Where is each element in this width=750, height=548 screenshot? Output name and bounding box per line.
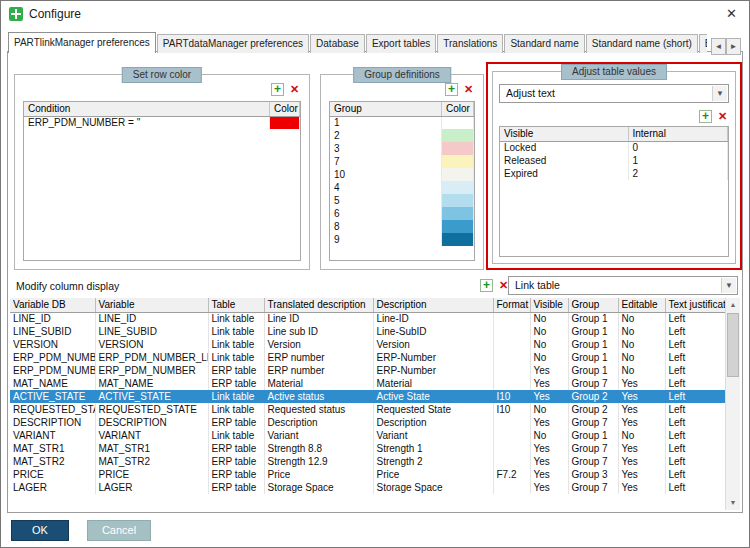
add-group-icon[interactable]: + (445, 83, 458, 96)
table-row[interactable]: REQUESTED_STATEREQUESTED_STATELink table… (10, 403, 725, 416)
add-column-icon[interactable]: + (480, 279, 493, 292)
table-row[interactable]: MAT_STR2MAT_STR2ERP tableStrength 12.9St… (10, 455, 725, 468)
cell: Strength 2 (373, 455, 493, 468)
cell: PRICE (10, 468, 95, 481)
tab-partlinkmanager-preferences[interactable]: PARTlinkManager preferences (8, 32, 156, 53)
column-header-table[interactable]: Table (208, 298, 264, 312)
color-swatch (442, 116, 474, 129)
group-number-cell: 2 (330, 129, 442, 142)
column-header-format[interactable]: Format (493, 298, 530, 312)
cell: Strength 8.8 (264, 442, 373, 455)
group-definitions-group: Group definitions + ✕ GroupColor12371045… (320, 74, 484, 270)
window-title: Configure (29, 7, 81, 21)
group-number-cell: 5 (330, 194, 442, 207)
table-row[interactable]: PRICEPRICEERP tablePricePriceF7.2YesGrou… (10, 468, 725, 481)
ok-button[interactable]: OK (11, 520, 69, 541)
close-icon[interactable]: ✕ (726, 6, 737, 21)
tab-scroll-right-icon[interactable]: ► (726, 38, 741, 55)
column-header-group[interactable]: Group (330, 102, 442, 116)
visible-cell: Locked (500, 141, 628, 154)
column-header-condition[interactable]: Condition (24, 102, 270, 116)
add-condition-icon[interactable]: + (271, 83, 284, 96)
cell: Yes (530, 364, 568, 377)
cell: Version (264, 338, 373, 351)
scroll-up-icon[interactable]: ▲ (726, 298, 740, 312)
column-header-translated-description[interactable]: Translated description (264, 298, 373, 312)
table-row[interactable]: LAGERLAGERERP tableStorage SpaceStorage … (10, 481, 725, 494)
table-row[interactable]: DESCRIPTIONDESCRIPTIONERP tableDescripti… (10, 416, 725, 429)
value-row[interactable]: Locked0 (500, 141, 728, 154)
column-header-variable-db[interactable]: Variable DB (10, 298, 95, 312)
column-header-visible[interactable]: Visible (530, 298, 568, 312)
tab-database[interactable]: Database (310, 34, 365, 53)
group-row[interactable]: 10 (330, 168, 474, 181)
tab-scroll-left-icon[interactable]: ◄ (711, 38, 726, 55)
tab-translations[interactable]: Translations (437, 34, 503, 53)
cell: No (618, 429, 665, 442)
group-row[interactable]: 1 (330, 116, 474, 129)
scroll-down-icon[interactable]: ▼ (726, 496, 740, 510)
group-row[interactable]: 5 (330, 194, 474, 207)
internal-cell: 0 (628, 141, 728, 154)
column-header-color[interactable]: Color (270, 102, 300, 116)
cell: Material (373, 377, 493, 390)
group-row[interactable]: 2 (330, 129, 474, 142)
column-header-color[interactable]: Color (442, 102, 474, 116)
column-header-visible[interactable]: Visible (500, 127, 628, 141)
table-row[interactable]: ERP_PDM_NUMBERERP_PDM_NUMBERERP tableERP… (10, 364, 725, 377)
condition-row[interactable]: ERP_PDM_NUMBER = '' (24, 116, 300, 129)
cell: No (530, 338, 568, 351)
table-source-value: Link table (515, 279, 560, 291)
column-header-internal[interactable]: Internal (628, 127, 728, 141)
cell: MAT_NAME (10, 377, 95, 390)
delete-group-icon[interactable]: ✕ (462, 83, 475, 96)
group-table: GroupColor12371045689 (330, 102, 474, 246)
title-bar: Configure ✕ (1, 1, 749, 29)
color-swatch (442, 181, 474, 194)
tab-standard-name-short[interactable]: Standard name (short) (586, 34, 698, 53)
group-row[interactable]: 6 (330, 207, 474, 220)
group-row[interactable]: 3 (330, 142, 474, 155)
group-row[interactable]: 9 (330, 233, 474, 246)
column-header-group[interactable]: Group (568, 298, 618, 312)
cell: Group 1 (568, 312, 618, 325)
table-row[interactable]: LINE_SUBIDLINE_SUBIDLink tableLine sub I… (10, 325, 725, 338)
tab-content-panel: Set row color + ✕ ConditionColorERP_PDM_… (7, 51, 743, 513)
group-row[interactable]: 4 (330, 181, 474, 194)
table-row[interactable]: MAT_STR1MAT_STR1ERP tableStrength 8.8Str… (10, 442, 725, 455)
cell: ERP table (208, 377, 264, 390)
table-row[interactable]: LINE_IDLINE_IDLink tableLine IDLine-IDNo… (10, 312, 725, 325)
table-row[interactable]: MAT_NAMEMAT_NAMEERP tableMaterialMateria… (10, 377, 725, 390)
column-header-editable[interactable]: Editable (618, 298, 665, 312)
table-row[interactable]: VARIANTVARIANTLink tableVariantVariantNo… (10, 429, 725, 442)
group-row[interactable]: 8 (330, 220, 474, 233)
delete-condition-icon[interactable]: ✕ (288, 83, 301, 96)
column-header-text-justification[interactable]: Text justification (665, 298, 725, 312)
value-row[interactable]: Released1 (500, 154, 728, 167)
cell (493, 416, 530, 429)
tab-bom-name[interactable]: BOM name (699, 34, 707, 53)
cell: ERP table (208, 416, 264, 429)
table-row[interactable]: ERP_PDM_NUMBERERP_PDM_NUMBER_LINKTABLELi… (10, 351, 725, 364)
table-source-dropdown[interactable]: Link table ▼ (508, 276, 738, 295)
cell: F7.2 (493, 468, 530, 481)
scrollbar-thumb[interactable] (727, 313, 739, 377)
tab-standard-name[interactable]: Standard name (504, 34, 584, 53)
cancel-button[interactable]: Cancel (87, 520, 151, 541)
tab-partdatamanager-preferences[interactable]: PARTdataManager preferences (157, 34, 309, 53)
group-row[interactable]: 7 (330, 155, 474, 168)
column-header-description[interactable]: Description (373, 298, 493, 312)
tab-export-tables[interactable]: Export tables (366, 34, 436, 53)
table-row[interactable]: ACTIVE_STATEACTIVE_STATELink tableActive… (10, 390, 725, 403)
value-row[interactable]: Expired2 (500, 167, 728, 180)
cell: No (530, 325, 568, 338)
column-header-variable[interactable]: Variable (95, 298, 208, 312)
delete-value-icon[interactable]: ✕ (716, 110, 729, 123)
cell: Yes (530, 377, 568, 390)
adjust-mode-dropdown[interactable]: Adjust text ▼ (499, 84, 729, 103)
cell: LINE_ID (10, 312, 95, 325)
add-value-icon[interactable]: + (699, 110, 712, 123)
table-row[interactable]: VERSIONVERSIONLink tableVersionVersionNo… (10, 338, 725, 351)
vertical-scrollbar[interactable]: ▲ ▼ (725, 298, 740, 510)
cell: Left (665, 390, 725, 403)
